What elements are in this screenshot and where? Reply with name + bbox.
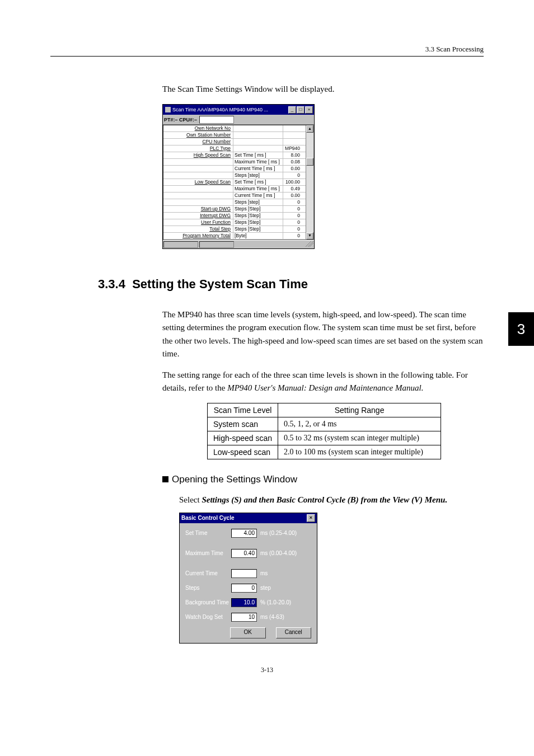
close-icon[interactable]: × xyxy=(305,106,313,114)
row-metric: Steps [step] xyxy=(233,199,283,205)
row-metric: Current Time [ ms ] xyxy=(233,166,283,172)
table-row: Own Station Number xyxy=(163,132,306,139)
scroll-thumb[interactable] xyxy=(306,158,313,166)
close-icon[interactable]: × xyxy=(307,514,315,522)
row-value: 0 xyxy=(283,213,306,219)
table-cell: 0.5, 1, 2, or 4 ms xyxy=(278,417,441,431)
row-label: High Speed Scan xyxy=(163,152,233,158)
instruction-lead: Select xyxy=(179,495,202,504)
background-time-input[interactable]: 10.0 xyxy=(231,598,257,607)
row-value: 0 xyxy=(283,219,306,226)
row-label xyxy=(163,166,233,172)
dialog-buttons: OKCancel xyxy=(230,627,311,638)
section-title: Setting the System Scan Time xyxy=(132,277,308,291)
table-header: Scan Time Level xyxy=(208,403,278,417)
window-titlebar[interactable]: Scan Time AAA\MP940A MP940 MP940 ... _ □… xyxy=(163,105,314,115)
ok-button[interactable]: OK xyxy=(230,627,266,638)
row-metric: Maximum Time [ ms ] xyxy=(233,186,283,192)
current-time-input[interactable] xyxy=(231,569,257,578)
field-unit: ms (4-63) xyxy=(260,614,284,620)
row-label xyxy=(163,192,233,199)
dialog-titlebar[interactable]: Basic Control Cycle × xyxy=(180,513,317,523)
basic-control-cycle-dialog: Basic Control Cycle × Set Time4.00ms (0.… xyxy=(179,513,317,644)
system-menu-icon[interactable] xyxy=(165,107,171,112)
pt-cpu-label: PT#:– CPU#:– xyxy=(164,117,197,123)
row-label: PLC Type xyxy=(163,145,233,152)
table-row: Maximum Time [ ms ]0.49 xyxy=(163,186,306,192)
status-pane xyxy=(199,241,234,248)
watch-dog-set-input[interactable]: 10 xyxy=(231,613,257,622)
vertical-scrollbar[interactable]: ▲ ▼ xyxy=(306,125,313,240)
field-label: Steps xyxy=(185,585,231,591)
field-label: Background Time xyxy=(185,599,231,605)
set-time-input[interactable]: 4.00 xyxy=(231,529,257,538)
window-title: Scan Time AAA\MP940A MP940 MP940 ... xyxy=(172,107,288,112)
row-value: 0 xyxy=(283,206,306,212)
section-number: 3.3.4 xyxy=(98,277,125,291)
row-metric: Set Time [ ms ] xyxy=(233,179,283,185)
table-row: Maximum Time [ ms ]0.08 xyxy=(163,159,306,166)
maximum-time-input[interactable]: 0.40 xyxy=(231,549,257,558)
scan-grid-rows: Own Network NoOwn Station NumberCPU Numb… xyxy=(163,125,306,240)
field-unit: ms (0.00-4.00) xyxy=(260,550,297,556)
table-row: Program Memory Total[Byte]0 xyxy=(163,233,306,240)
dialog-row: Set Time4.00ms (0.25-4.00) xyxy=(185,529,311,538)
field-label: Watch Dog Set xyxy=(185,614,231,620)
row-metric xyxy=(233,145,283,152)
row-metric xyxy=(233,132,283,138)
pt-cpu-field[interactable] xyxy=(199,116,234,124)
table-row: Steps [step]0 xyxy=(163,172,306,179)
scroll-track[interactable] xyxy=(306,133,313,232)
field-unit: ms (0.25-4.00) xyxy=(260,530,297,536)
row-metric: Steps [Step] xyxy=(233,206,283,212)
scan-time-window: Scan Time AAA\MP940A MP940 MP940 ... _ □… xyxy=(162,104,315,249)
scroll-down-icon[interactable]: ▼ xyxy=(306,232,313,240)
scan-range-table: Scan Time Level Setting Range System sca… xyxy=(207,403,441,459)
dialog-row: Steps0step xyxy=(185,584,311,593)
table-cell: Low-speed scan xyxy=(208,445,278,459)
steps-input[interactable]: 0 xyxy=(231,584,257,593)
row-metric xyxy=(233,139,283,145)
dialog-row: Watch Dog Set10ms (4-63) xyxy=(185,613,311,622)
field-label: Current Time xyxy=(185,570,231,576)
resize-grip-icon[interactable] xyxy=(306,241,313,247)
section-heading: 3.3.4 Setting the System Scan Time xyxy=(98,277,484,292)
table-row: Interrupt DWGSteps [Step]0 xyxy=(163,213,306,219)
subsection-heading: Opening the Settings Window xyxy=(162,474,484,485)
table-row: Start-up DWGSteps [Step]0 xyxy=(163,206,306,213)
row-value: 0 xyxy=(283,233,306,239)
field-unit: ms xyxy=(260,570,268,576)
row-value xyxy=(283,139,306,145)
field-unit: step xyxy=(260,585,271,591)
row-value: 100.00 xyxy=(283,179,306,185)
table-row: Current Time [ ms ]0.00 xyxy=(163,192,306,199)
row-metric: Set Time [ ms ] xyxy=(233,152,283,158)
field-label: Maximum Time xyxy=(185,550,231,556)
row-metric: Current Time [ ms ] xyxy=(233,192,283,199)
table-cell: 0.5 to 32 ms (system scan integer multip… xyxy=(278,431,441,445)
scroll-up-icon[interactable]: ▲ xyxy=(306,125,313,133)
maximize-icon[interactable]: □ xyxy=(297,106,305,114)
row-value: 0.49 xyxy=(283,186,306,192)
cancel-button[interactable]: Cancel xyxy=(276,627,312,638)
status-bar xyxy=(163,240,314,248)
table-row: Low Speed ScanSet Time [ ms ]100.00 xyxy=(163,179,306,186)
row-metric: Maximum Time [ ms ] xyxy=(233,159,283,165)
page-number: 3-13 xyxy=(50,666,484,674)
row-label: Start-up DWG xyxy=(163,206,233,212)
row-label: Own Station Number xyxy=(163,132,233,138)
row-metric: Steps [step] xyxy=(233,172,283,179)
paragraph-1: The MP940 has three scan time levels (sy… xyxy=(162,308,484,360)
row-metric: Steps [Step] xyxy=(233,213,283,219)
row-value: 0.00 xyxy=(283,166,306,172)
table-cell: High-speed scan xyxy=(208,431,278,445)
row-metric: [Byte] xyxy=(233,233,283,239)
row-value xyxy=(283,132,306,138)
row-label: Own Network No xyxy=(163,125,233,132)
row-label: User Function xyxy=(163,219,233,226)
row-value: 8.00 xyxy=(283,152,306,158)
field-unit: % (1.0-20.0) xyxy=(260,599,291,605)
row-value: 0.00 xyxy=(283,192,306,199)
table-row: Current Time [ ms ]0.00 xyxy=(163,166,306,172)
minimize-icon[interactable]: _ xyxy=(288,106,296,114)
